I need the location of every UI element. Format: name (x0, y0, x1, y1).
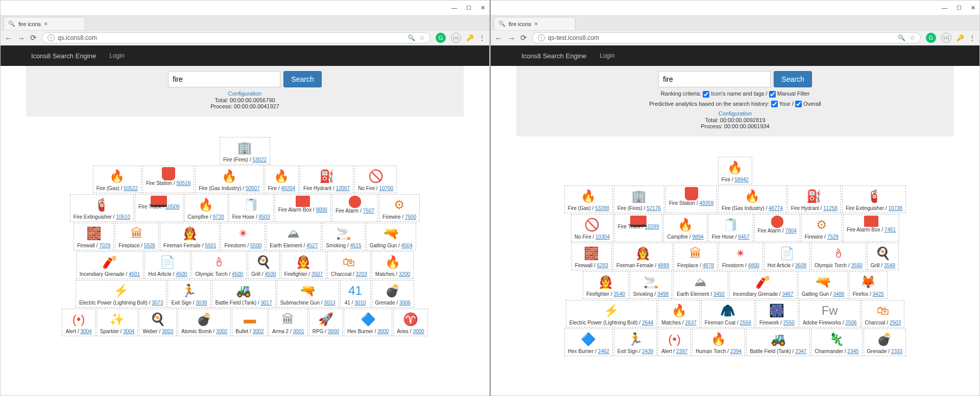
icon-score-link[interactable]: 52176 (647, 205, 661, 211)
icon-score-link[interactable]: 2394 (730, 348, 742, 354)
search-input[interactable] (658, 71, 771, 87)
icon-score-link[interactable]: 3540 (614, 291, 625, 297)
browser-menu-icon[interactable]: ⋮ (969, 34, 975, 41)
icon-score-link[interactable]: 2347 (795, 348, 806, 354)
icon-score-link[interactable]: 2506 (845, 320, 856, 325)
icon-card[interactable]: 🧨Incendiary Grenade / 4501 (76, 251, 144, 279)
extension-icon[interactable]: G (436, 33, 446, 43)
icon-card[interactable]: ♈Aries / 3000 (393, 309, 427, 336)
zoom-icon[interactable]: 🔍 (898, 34, 905, 41)
icon-score-link[interactable]: 2397 (676, 348, 687, 354)
icon-score-link[interactable]: 2345 (847, 348, 858, 354)
icon-score-link[interactable]: 8000 (316, 207, 327, 213)
icon-score-link[interactable]: 12007 (336, 185, 350, 191)
icon-score-link[interactable]: 10289 (645, 224, 659, 229)
icon-score-link[interactable]: 2644 (642, 320, 653, 325)
back-button[interactable]: ← (495, 34, 503, 42)
icon-score-link[interactable]: 4878 (703, 263, 714, 268)
icon-card[interactable]: 🚫No Fire / 10304 (571, 214, 613, 242)
icon-card[interactable]: ⚙Firewire / 7529 (801, 214, 842, 242)
icon-score-link[interactable]: 6293 (597, 263, 608, 268)
icon-card[interactable]: 👩‍🚒Fireman Female / 5501 (160, 223, 220, 250)
browser-menu-icon[interactable]: ⋮ (479, 34, 485, 41)
icon-card[interactable]: Fire Station / 50516 (142, 166, 194, 193)
icon-score-link[interactable]: 3004 (123, 329, 134, 334)
icon-score-link[interactable]: 9894 (692, 234, 703, 240)
icon-score-link[interactable]: 5501 (205, 243, 216, 248)
icon-card[interactable]: 🚜Battle Field (Tank) / 2347 (746, 329, 810, 356)
tab-close-icon[interactable]: × (44, 20, 48, 28)
icon-card[interactable]: 🎆Firework / 2550 (756, 300, 798, 328)
icon-card[interactable]: 🏃Exit Sign / 2439 (614, 329, 657, 356)
icon-score-link[interactable]: 10304 (595, 234, 610, 240)
icon-card[interactable]: 🕯Olympic Torch / 4500 (192, 251, 247, 279)
icon-score-link[interactable]: 4501 (129, 271, 140, 277)
address-bar[interactable]: iqs-test.icons8.com🔍☆ (532, 32, 921, 43)
icon-score-link[interactable]: 3003 (162, 329, 173, 334)
icon-score-link[interactable]: 10509 (165, 204, 180, 209)
icon-card[interactable]: 💣Atomic Bomb / 3002 (178, 309, 231, 336)
browser-tab[interactable]: 🔍fire icons× (494, 17, 576, 30)
icon-score-link[interactable]: 3013 (324, 300, 335, 306)
icon-score-link[interactable]: 3038 (196, 300, 207, 306)
icon-card[interactable]: (•)Alert / 3004 (62, 309, 95, 336)
icon-score-link[interactable]: 48774 (769, 205, 783, 211)
close-button[interactable]: ✕ (481, 5, 485, 11)
icon-score-link[interactable]: 4500 (265, 271, 276, 277)
icon-card[interactable]: 🚜Battle Field (Tank) / 3017 (212, 280, 276, 308)
icon-score-link[interactable]: 3487 (782, 291, 793, 297)
icon-score-link[interactable]: 4527 (306, 243, 318, 248)
icon-card[interactable]: Fire Station / 49359 (665, 185, 717, 213)
icon-score-link[interactable]: 4504 (401, 243, 412, 248)
search-input[interactable] (168, 71, 280, 87)
icon-card[interactable]: 🧨Incendiary Grenade / 3487 (729, 271, 797, 299)
maximize-button[interactable]: ☐ (466, 5, 471, 11)
icon-card[interactable]: 🔥Human Torch / 2394 (692, 329, 745, 356)
icon-card[interactable]: Fire Truck / 10289 (614, 214, 663, 242)
minimize-button[interactable]: — (451, 5, 457, 11)
icon-score-link[interactable]: 2637 (685, 320, 697, 325)
icon-card[interactable]: ⛰Earth Element / 4527 (266, 223, 321, 250)
icon-score-link[interactable]: 8503 (258, 214, 270, 220)
icon-score-link[interactable]: 2558 (740, 320, 751, 325)
back-button[interactable]: ← (5, 34, 12, 42)
icon-score-link[interactable]: 3010 (354, 300, 366, 306)
icon-score-link[interactable]: 3203 (356, 271, 367, 277)
icon-score-link[interactable]: 50507 (246, 185, 260, 191)
icon-score-link[interactable]: 3200 (399, 271, 410, 277)
icon-card[interactable]: 🦊Firefox / 3425 (849, 271, 888, 299)
icon-score-link[interactable]: 11258 (823, 205, 838, 211)
zoom-icon[interactable]: 🔍 (408, 34, 415, 41)
icon-score-link[interactable]: 9720 (213, 214, 224, 220)
icon-card[interactable]: 🕯Olympic Torch / 3560 (811, 243, 866, 270)
tab-close-icon[interactable]: × (534, 20, 538, 28)
icon-card[interactable]: 🦎Charmander / 2345 (811, 329, 862, 356)
criteria-overall-checkbox[interactable] (795, 101, 802, 107)
icon-card[interactable]: 🧯Fire Extinguisher / 10738 (842, 185, 906, 213)
icon-card[interactable]: 🚬Smoking / 3498 (630, 271, 673, 299)
icon-score-link[interactable]: 58942 (734, 177, 749, 182)
extension-icon[interactable]: {≡} (941, 33, 951, 43)
icon-score-link[interactable]: 3492 (713, 291, 725, 297)
icon-card[interactable]: 🛍Charcoal / 2503 (862, 300, 905, 328)
icon-card[interactable]: Fire Alarm Box / 7451 (843, 214, 899, 242)
extension-icon[interactable]: 🔑 (957, 34, 964, 41)
icon-card[interactable]: 🍳Grill / 4500 (248, 251, 279, 279)
icon-score-link[interactable]: 7029 (99, 243, 110, 248)
icon-score-link[interactable]: 3000 (413, 329, 424, 334)
icon-score-link[interactable]: 7500 (405, 214, 416, 220)
icon-card[interactable]: ▬Bullet / 3002 (232, 309, 268, 336)
bookmark-icon[interactable]: ☆ (419, 34, 425, 41)
icon-score-link[interactable]: 3006 (399, 300, 411, 306)
icon-score-link[interactable]: 49204 (281, 185, 295, 191)
site-info-icon[interactable]: i (47, 34, 55, 41)
icon-card[interactable]: 👨‍🚒Firefighter / 3540 (583, 271, 629, 299)
icon-card[interactable]: 🔫Gatling Gun / 3486 (798, 271, 848, 299)
icon-card[interactable]: 🔥Fire (Gas) / 53288 (564, 185, 613, 213)
reload-button[interactable]: ⟳ (30, 33, 37, 42)
icon-score-link[interactable]: 8457 (738, 234, 749, 240)
configuration-link[interactable]: Configuration (719, 110, 752, 117)
icon-score-link[interactable]: 50522 (124, 185, 138, 191)
configuration-link[interactable]: Configuration (228, 90, 261, 97)
icon-score-link[interactable]: 4889 (658, 263, 669, 268)
